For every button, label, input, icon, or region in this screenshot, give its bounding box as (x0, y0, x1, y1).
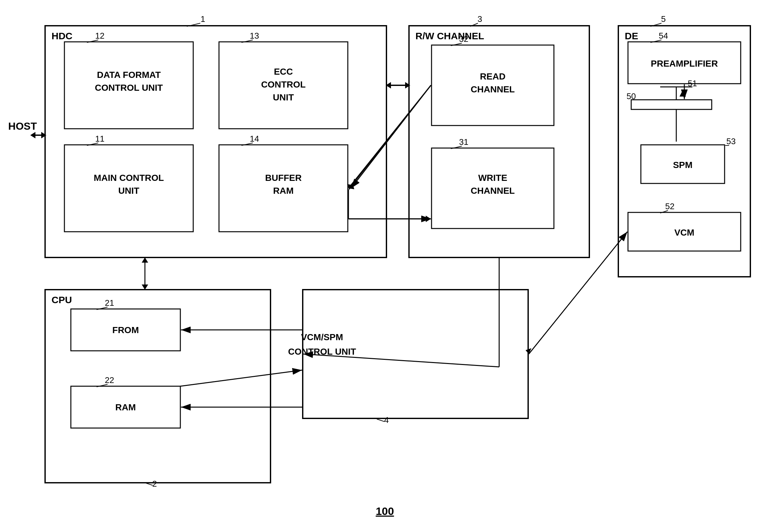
ref-13: 13 (250, 31, 259, 41)
svg-line-63 (303, 354, 499, 367)
ram-label: RAM (115, 402, 136, 412)
fig-label: 100 (376, 505, 394, 517)
ref-5: 5 (661, 14, 666, 24)
svg-marker-58 (142, 285, 148, 290)
ref-52: 52 (665, 201, 675, 211)
preamplifier-label: PREAMPLIFIER (651, 59, 718, 69)
ref-4: 4 (384, 415, 389, 425)
ref-21: 21 (105, 298, 114, 308)
ref-12: 12 (95, 31, 105, 41)
svg-marker-57 (142, 257, 148, 263)
ref-32: 32 (459, 34, 469, 44)
svg-marker-38 (30, 132, 35, 138)
write-channel-label1: WRITE (478, 173, 507, 183)
ref-31: 31 (459, 137, 469, 147)
svg-line-64 (529, 232, 627, 354)
write-channel-label2: CHANNEL (471, 186, 515, 196)
from-label: FROM (112, 325, 139, 335)
buffer-ram-label2: RAM (273, 186, 294, 196)
svg-line-61 (180, 370, 302, 386)
ref-51: 51 (688, 79, 697, 88)
ecc-label2: CONTROL (261, 79, 305, 89)
host-label: HOST (8, 120, 37, 132)
main-ctrl-label1: MAIN CONTROL (94, 173, 164, 183)
buffer-ram-label1: BUFFER (265, 173, 302, 183)
read-channel-label2: CHANNEL (471, 84, 515, 94)
ref-14: 14 (250, 134, 259, 144)
svg-line-36 (377, 419, 384, 422)
data-format-label1: DATA FORMAT (97, 70, 161, 80)
ref-22: 22 (105, 375, 114, 385)
svg-marker-23 (680, 90, 686, 97)
ref-3: 3 (478, 14, 482, 24)
svg-rect-20 (631, 100, 712, 109)
spm-label: SPM (673, 160, 693, 170)
de-label: DE (625, 31, 638, 41)
read-channel-label1: READ (480, 71, 505, 81)
main-ctrl-label2: UNIT (118, 186, 139, 196)
vcm-label: VCM (674, 228, 694, 238)
ref-1: 1 (201, 14, 205, 24)
cpu-label: CPU (52, 294, 72, 305)
rw-channel-label: R/W CHANNEL (416, 31, 484, 41)
svg-rect-10 (409, 26, 589, 257)
ref-53: 53 (727, 136, 736, 146)
ref-11: 11 (95, 134, 105, 144)
hdc-label: HDC (52, 31, 72, 41)
ref-50: 50 (627, 91, 636, 101)
ecc-label3: UNIT (273, 92, 294, 102)
diagram: HDC 1 DATA FORMAT CONTROL UNIT 12 ECC CO… (0, 0, 770, 532)
ecc-label1: ECC (274, 67, 293, 77)
ref-54: 54 (659, 31, 668, 41)
data-format-label2: CONTROL UNIT (95, 83, 163, 93)
ref-2: 2 (152, 479, 157, 489)
svg-line-52 (349, 85, 431, 188)
vcm-spm-ctrl-label1: VCM/SPM (301, 332, 343, 342)
